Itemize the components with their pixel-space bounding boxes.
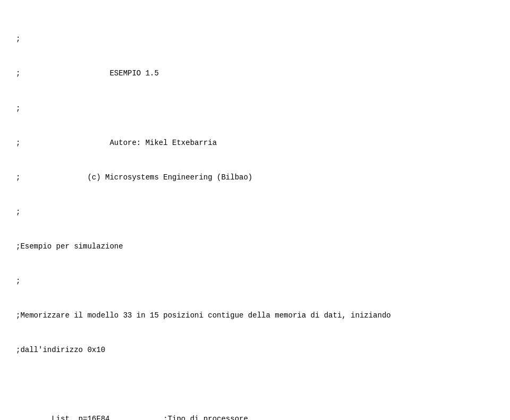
code-editor: ; ; ESEMPIO 1.5 ; ; Autore: Mikel Etxeba… <box>16 11 494 420</box>
code-line-7: ;Esempio per simulazione <box>16 241 494 253</box>
code-line-6: ; <box>16 207 494 218</box>
code-text: List p=16F84 ;Tipo di processore <box>16 414 248 420</box>
code-line-9: ;Memorizzare il modello 33 in 15 posizio… <box>16 310 494 322</box>
code-text: ; <box>16 103 20 115</box>
code-text: ; <box>16 33 20 45</box>
code-line-blank-1 <box>16 379 494 391</box>
code-line-11: List p=16F84 ;Tipo di processore <box>16 414 494 420</box>
code-text: ; ESEMPIO 1.5 <box>16 68 159 80</box>
code-text: ;Esempio per simulazione <box>16 241 123 253</box>
code-line-4: ; Autore: Mikel Etxebarria <box>16 138 494 149</box>
code-line-5: ; (c) Microsystems Engineering (Bilbao) <box>16 172 494 184</box>
code-text: ;Memorizzare il modello 33 in 15 posizio… <box>16 310 391 322</box>
code-text: ; Autore: Mikel Etxebarria <box>16 138 217 149</box>
code-line-1: ; <box>16 33 494 45</box>
code-line-3: ; <box>16 103 494 115</box>
code-line-2: ; ESEMPIO 1.5 <box>16 68 494 80</box>
code-line-8: ; <box>16 276 494 287</box>
code-text: ; <box>16 276 20 287</box>
code-text: ; <box>16 207 20 218</box>
code-text: ;dall'indirizzo 0x10 <box>16 345 105 356</box>
code-line-10: ;dall'indirizzo 0x10 <box>16 345 494 356</box>
code-text: ; (c) Microsystems Engineering (Bilbao) <box>16 172 252 184</box>
code-text <box>16 379 20 391</box>
